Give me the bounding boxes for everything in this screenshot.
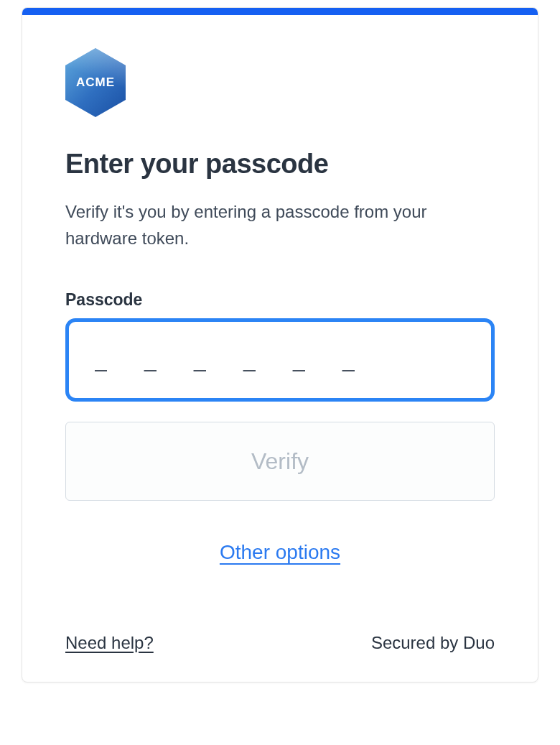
auth-card: ACME Enter your passcode Verify it's you…	[22, 7, 538, 682]
acme-logo-icon: ACME	[65, 48, 126, 117]
passcode-input[interactable]	[65, 318, 495, 402]
verify-button[interactable]: Verify	[65, 422, 495, 501]
logo-text: ACME	[76, 75, 115, 90]
page-title: Enter your passcode	[65, 149, 495, 180]
logo-container: ACME	[65, 48, 495, 117]
footer: Need help? Secured by Duo	[65, 633, 495, 653]
page-subtitle: Verify it's you by entering a passcode f…	[65, 198, 467, 251]
accent-bar	[22, 8, 538, 15]
other-options-link[interactable]: Other options	[65, 541, 495, 564]
card-content: ACME Enter your passcode Verify it's you…	[22, 15, 538, 682]
help-link[interactable]: Need help?	[65, 633, 154, 653]
secured-by-text: Secured by Duo	[371, 633, 495, 653]
passcode-label: Passcode	[65, 290, 495, 310]
